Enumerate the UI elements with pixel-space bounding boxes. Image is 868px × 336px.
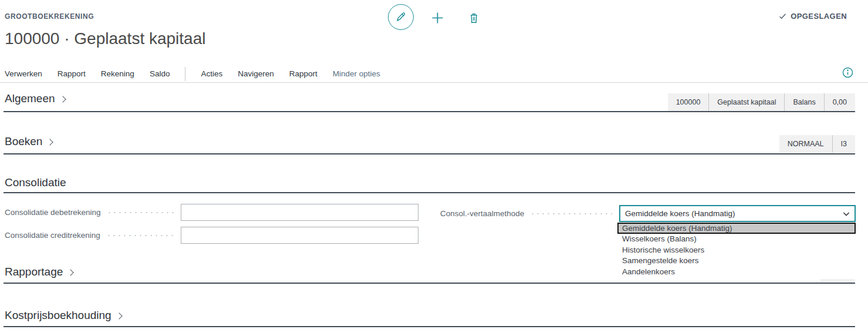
dotted-leader xyxy=(530,213,612,214)
action-bar: Verwerken Rapport Rekening Saldo Acties … xyxy=(5,66,380,82)
menu-verwerken[interactable]: Verwerken xyxy=(5,69,42,78)
select-value: Gemiddelde koers (Handmatig) xyxy=(625,209,735,218)
chevron-right-icon xyxy=(47,139,53,145)
menu-rekening[interactable]: Rekening xyxy=(101,69,134,78)
delete-button[interactable] xyxy=(466,10,481,25)
info-icon xyxy=(842,66,854,79)
chevron-right-icon xyxy=(116,313,122,319)
section-title-consolidatie: Consolidatie xyxy=(5,176,66,189)
menu-rapport-1[interactable]: Rapport xyxy=(58,69,86,78)
section-title-rapportage: Rapportage xyxy=(5,266,63,278)
section-header-kostprijsboekhouding[interactable]: Kostprijsboekhouding xyxy=(5,309,121,322)
section-line-boeken xyxy=(4,153,855,154)
section-header-rapportage[interactable]: Rapportage xyxy=(5,266,73,278)
menu-underline xyxy=(0,82,868,83)
algemeen-summary-tiles: 100000 Geplaatst kapitaal Balans 0,00 xyxy=(668,93,855,111)
chevron-right-icon xyxy=(59,96,66,102)
chevron-right-icon xyxy=(67,269,74,275)
dropdown-option-aandelenkoers[interactable]: Aandelenkoers xyxy=(617,267,856,278)
dropdown-option-gemiddelde-koers[interactable]: Gemiddelde koers (Handmatig) xyxy=(617,223,856,234)
save-status-badge: OPGESLAGEN xyxy=(778,12,847,21)
dropdown-option-samengestelde-koers[interactable]: Samengestelde koers xyxy=(617,256,856,267)
dotted-leader xyxy=(107,212,174,213)
field-label-vertaalmethode: Consol.-vertaalmethode xyxy=(440,209,524,218)
new-button[interactable] xyxy=(429,9,445,26)
menu-divider xyxy=(185,67,185,81)
section-line-rapportage xyxy=(4,283,855,284)
field-row-debet: Consolidatie debetrekening xyxy=(5,204,418,221)
section-header-consolidatie[interactable]: Consolidatie xyxy=(5,176,66,189)
dropdown-option-historische-wisselkoers[interactable]: Historische wisselkoers xyxy=(617,245,856,256)
menu-saldo[interactable]: Saldo xyxy=(150,69,170,78)
checkmark-icon xyxy=(778,12,787,21)
page-title: 100000 · Geplaatst kapitaal xyxy=(5,29,205,48)
section-title-algemeen: Algemeen xyxy=(5,92,55,105)
field-row-vertaalmethode: Consol.-vertaalmethode Gemiddelde koers … xyxy=(440,205,856,222)
consol-vertaalmethode-select[interactable]: Gemiddelde koers (Handmatig) xyxy=(619,205,856,222)
summary-tile-rekeningtype: Balans xyxy=(784,93,823,111)
plus-icon xyxy=(430,10,445,26)
consolidatie-debetrekening-input[interactable] xyxy=(181,204,418,221)
trash-icon xyxy=(467,11,481,25)
info-button[interactable] xyxy=(841,66,854,79)
summary-tile-saldo: 0,00 xyxy=(824,93,855,111)
section-line-algemeen xyxy=(4,111,855,112)
menu-minder-opties[interactable]: Minder opties xyxy=(333,69,380,78)
section-title-kostprijsboekhouding: Kostprijsboekhouding xyxy=(5,309,112,322)
save-status-label: OPGESLAGEN xyxy=(791,12,847,21)
grootboekrekening-card-page: GROOTBOEKREKENING xyxy=(0,0,868,336)
page-caption: GROOTBOEKREKENING xyxy=(5,12,94,21)
summary-tile-boekingssoort: NORMAAL xyxy=(779,135,832,153)
summary-tile-naam: Geplaatst kapitaal xyxy=(708,93,784,111)
menu-navigeren[interactable]: Navigeren xyxy=(238,69,274,78)
boeken-summary-tiles: NORMAAL I3 xyxy=(779,135,855,153)
section-title-boeken: Boeken xyxy=(5,135,42,148)
summary-tile-nummer: 100000 xyxy=(668,93,709,111)
field-label-creditrekening: Consolidatie creditrekening xyxy=(5,231,100,240)
vertaalmethode-dropdown-list: Gemiddelde koers (Handmatig) Wisselkoers… xyxy=(617,223,856,279)
section-line-kostprijsboekhouding xyxy=(4,326,855,327)
pencil-icon xyxy=(394,11,407,23)
consolidatie-creditrekening-input[interactable] xyxy=(181,227,418,244)
section-header-boeken[interactable]: Boeken xyxy=(5,135,52,148)
chevron-down-icon xyxy=(842,209,851,219)
field-row-credit: Consolidatie creditrekening xyxy=(5,227,418,244)
dropdown-option-wisselkoers-balans[interactable]: Wisselkoers (Balans) xyxy=(617,234,856,245)
summary-tile-boekingsgroep: I3 xyxy=(832,135,855,153)
field-label-debetrekening: Consolidatie debetrekening xyxy=(5,208,101,217)
section-line-consolidatie xyxy=(4,192,855,193)
menu-rapport-2[interactable]: Rapport xyxy=(289,69,318,78)
section-header-algemeen[interactable]: Algemeen xyxy=(5,92,65,105)
edit-button[interactable] xyxy=(388,4,414,30)
dotted-leader xyxy=(106,235,174,236)
menu-acties[interactable]: Acties xyxy=(201,69,222,78)
